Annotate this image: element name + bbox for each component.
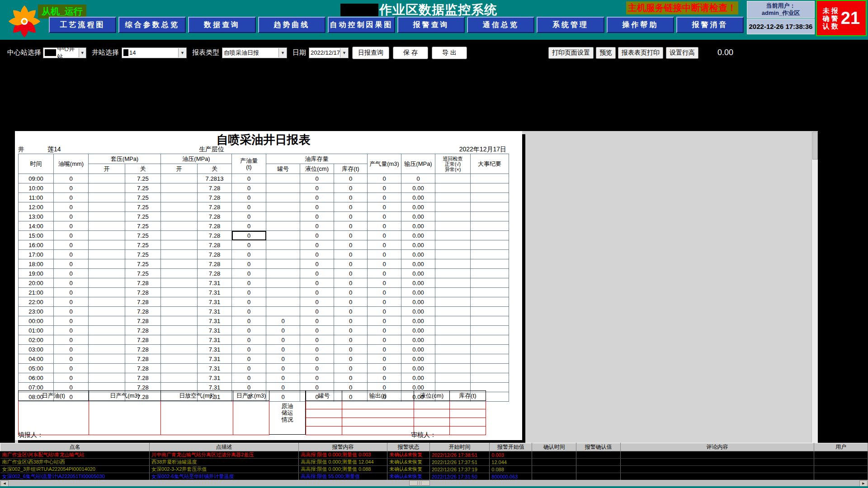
report-cell[interactable]: 7.31 xyxy=(198,364,232,373)
report-cell[interactable]: 0.00 xyxy=(401,354,435,364)
report-cell[interactable]: 0 xyxy=(368,345,401,354)
report-cell[interactable]: 0 xyxy=(368,307,401,316)
report-cell[interactable]: 0 xyxy=(54,326,89,335)
menu-button-operation-help[interactable]: 操作帮助 xyxy=(607,17,674,33)
time-cell[interactable]: 02:00 xyxy=(19,335,54,345)
report-cell[interactable]: 0 xyxy=(232,335,266,345)
report-cell[interactable]: 0 xyxy=(232,288,266,297)
report-cell[interactable] xyxy=(435,193,471,202)
report-cell[interactable]: 0 xyxy=(300,183,334,193)
report-cell[interactable]: 0.00 xyxy=(401,326,435,335)
tank-cell[interactable] xyxy=(342,401,414,409)
report-cell[interactable] xyxy=(435,364,471,373)
report-cell[interactable]: 0 xyxy=(232,212,266,221)
report-cell[interactable]: 7.31 xyxy=(198,288,232,297)
report-cell[interactable]: 0 xyxy=(54,193,89,202)
report-cell[interactable]: 0 xyxy=(54,240,89,250)
menu-button-alarm-mute[interactable]: 报警消音 xyxy=(676,17,744,33)
report-cell[interactable] xyxy=(161,250,198,259)
report-cell[interactable]: 0 xyxy=(232,354,266,364)
report-cell[interactable] xyxy=(471,335,509,345)
report-cell[interactable]: 0 xyxy=(300,373,334,383)
alarm-cell[interactable] xyxy=(576,466,621,473)
summary-cell[interactable] xyxy=(19,401,89,435)
tank-cell[interactable] xyxy=(450,418,486,427)
report-cell[interactable]: 0 xyxy=(368,373,401,383)
report-cell[interactable]: 7.25 xyxy=(125,269,161,278)
report-cell[interactable]: 0 xyxy=(54,212,89,221)
alarm-cell[interactable] xyxy=(814,473,868,480)
report-cell[interactable] xyxy=(89,288,125,297)
report-cell[interactable]: 0 xyxy=(368,183,401,193)
report-cell[interactable]: 0 xyxy=(300,174,334,183)
summary-cell[interactable] xyxy=(233,401,269,435)
report-cell[interactable] xyxy=(266,240,300,250)
report-cell[interactable]: 0 xyxy=(368,174,401,183)
report-cell[interactable] xyxy=(161,231,198,240)
report-cell[interactable]: 7.25 xyxy=(125,259,161,269)
report-cell[interactable] xyxy=(471,193,509,202)
report-cell[interactable]: 0 xyxy=(266,316,300,326)
report-cell[interactable] xyxy=(471,221,509,231)
report-cell[interactable]: 0 xyxy=(334,307,368,316)
report-cell[interactable] xyxy=(89,221,125,231)
report-cell[interactable] xyxy=(266,183,300,193)
report-cell[interactable]: 0 xyxy=(54,297,89,307)
report-cell[interactable]: 7.31 xyxy=(198,297,232,307)
alarm-row[interactable]: 女深002_3井组\RTU\A222054PI00014020女深002-3-X… xyxy=(0,466,868,473)
report-cell[interactable] xyxy=(161,373,198,383)
report-cell[interactable] xyxy=(435,174,471,183)
report-cell[interactable] xyxy=(435,250,471,259)
report-cell[interactable] xyxy=(471,288,509,297)
report-cell[interactable] xyxy=(89,269,125,278)
alarm-cell[interactable]: 南广作业区\西38井中心站\西 xyxy=(0,459,150,466)
report-cell[interactable] xyxy=(89,174,125,183)
report-cell[interactable]: 0 xyxy=(232,259,266,269)
time-cell[interactable]: 20:00 xyxy=(19,278,54,288)
time-cell[interactable]: 04:00 xyxy=(19,354,54,364)
report-cell[interactable] xyxy=(161,316,198,326)
report-cell[interactable]: 0 xyxy=(334,193,368,202)
selected-cell[interactable]: 0 xyxy=(232,231,266,240)
time-cell[interactable]: 12:00 xyxy=(19,202,54,212)
report-cell[interactable] xyxy=(161,183,198,193)
report-cell[interactable]: 0 xyxy=(54,345,89,354)
report-cell[interactable]: 7.25 xyxy=(125,202,161,212)
report-cell[interactable]: 0 xyxy=(54,231,89,240)
report-cell[interactable] xyxy=(161,240,198,250)
report-cell[interactable] xyxy=(161,297,198,307)
report-cell[interactable]: 7.25 xyxy=(125,183,161,193)
report-cell[interactable] xyxy=(89,202,125,212)
report-cell[interactable]: 0 xyxy=(334,259,368,269)
report-cell[interactable]: 0 xyxy=(334,231,368,240)
daily-query-button[interactable]: 日报查询 xyxy=(352,47,389,59)
report-cell[interactable]: 0 xyxy=(54,202,89,212)
report-cell[interactable] xyxy=(435,212,471,221)
menu-button-alarm-query[interactable]: 报警查询 xyxy=(397,17,465,33)
report-cell[interactable]: 0 xyxy=(300,278,334,288)
report-cell[interactable]: 0 xyxy=(368,335,401,345)
alarm-cell[interactable]: 800000.063 xyxy=(490,473,532,480)
report-cell[interactable] xyxy=(471,354,509,364)
alarm-row[interactable]: 南广作业区\西38井中心站\西西38井凝析油罐温度高高报:限值 0.000;测量… xyxy=(0,459,868,466)
report-cell[interactable]: 7.28 xyxy=(198,250,232,259)
report-cell[interactable] xyxy=(435,326,471,335)
report-cell[interactable] xyxy=(471,269,509,278)
report-cell[interactable]: 0 xyxy=(300,269,334,278)
report-cell[interactable] xyxy=(89,307,125,316)
report-cell[interactable]: 0 xyxy=(334,297,368,307)
time-cell[interactable]: 06:00 xyxy=(19,373,54,383)
vertical-scrollbar[interactable] xyxy=(811,131,818,488)
alarm-cell[interactable] xyxy=(621,466,814,473)
report-cell[interactable] xyxy=(89,231,125,240)
report-cell[interactable]: 0 xyxy=(334,174,368,183)
report-cell[interactable]: 7.28 xyxy=(198,259,232,269)
report-type-select[interactable]: 自喷采油日报 ▼ xyxy=(222,47,287,58)
report-cell[interactable]: 0 xyxy=(334,326,368,335)
report-cell[interactable]: 0 xyxy=(300,364,334,373)
report-cell[interactable] xyxy=(435,354,471,364)
report-cell[interactable] xyxy=(266,307,300,316)
alarm-cell[interactable]: 2022/12/26 17:37:19 xyxy=(429,466,489,473)
scrollbar-thumb[interactable] xyxy=(409,480,430,486)
report-cell[interactable]: 0 xyxy=(232,174,266,183)
